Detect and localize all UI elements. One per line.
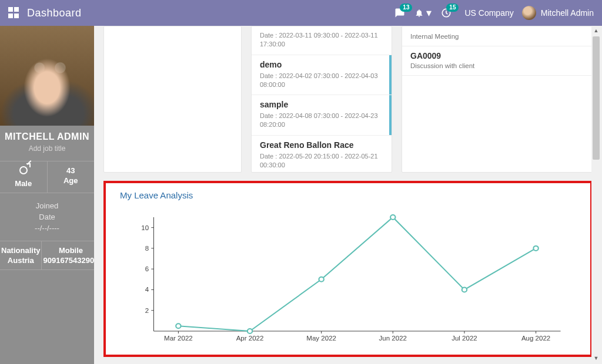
chart-title: My Leave Analysis <box>120 190 576 200</box>
bell-icon <box>414 8 424 18</box>
svg-point-26 <box>248 329 252 333</box>
ga-desc: Discussion with client <box>410 62 584 69</box>
events-list: Date : 2022-03-11 09:30:00 - 2022-03-11 … <box>252 26 392 172</box>
age-label: Age <box>49 176 93 185</box>
svg-point-25 <box>176 323 180 328</box>
activities-badge: 15 <box>446 4 459 12</box>
mobile-label: Mobile <box>43 246 94 255</box>
joined-label: Joined <box>2 201 92 210</box>
svg-point-29 <box>462 287 467 292</box>
svg-point-27 <box>319 277 323 282</box>
svg-text:6: 6 <box>145 265 149 272</box>
svg-text:4: 4 <box>145 287 149 294</box>
main-area: Date : 2022-03-11 09:30:00 - 2022-03-11 … <box>94 26 602 364</box>
event-title: Great Reno Ballon Race <box>260 140 383 150</box>
svg-text:Jun 2022: Jun 2022 <box>379 335 407 342</box>
svg-text:8: 8 <box>145 245 149 252</box>
ga-item[interactable]: Internal Meeting <box>402 26 592 46</box>
date-label: Date <box>2 213 92 221</box>
svg-point-28 <box>390 215 395 220</box>
messages-button[interactable]: 13 <box>394 8 405 18</box>
event-title: sample <box>260 100 383 109</box>
svg-point-30 <box>533 246 538 251</box>
svg-text:Aug 2022: Aug 2022 <box>521 335 550 342</box>
chevron-down-icon: ▾ <box>426 6 432 19</box>
event-date: Date : 2022-05-20 20:15:00 - 2022-05-21 … <box>260 152 383 170</box>
scroll-down-button[interactable]: ▼ <box>591 353 601 363</box>
blank-card <box>103 26 242 173</box>
ga-desc: Internal Meeting <box>410 33 584 40</box>
event-date: Date : 2022-03-11 09:30:00 - 2022-03-11 … <box>260 31 383 49</box>
event-item[interactable]: sampleDate : 2022-04-08 07:30:00 - 2022-… <box>252 95 392 136</box>
male-icon <box>19 166 28 174</box>
page-title: Dashboard <box>27 7 82 19</box>
event-date: Date : 2022-04-02 07:30:00 - 2022-04-03 … <box>260 72 383 89</box>
info-row-gender-age: Male 43 Age <box>0 161 94 193</box>
event-date: Date : 2022-04-08 07:30:00 - 2022-04-23 … <box>260 112 383 129</box>
mobile-value: 9091675432900 <box>43 256 94 265</box>
mobile-cell: Mobile 9091675432900 <box>41 241 94 269</box>
svg-text:10: 10 <box>141 224 149 231</box>
company-name: US Company <box>464 8 513 18</box>
app-header: Dashboard 13 ▾ 15 US Company Mitchell Ad… <box>0 0 602 26</box>
profile-sidebar: MITCHELL ADMIN Add job title Male 43 Age… <box>0 26 94 364</box>
ga-item[interactable]: GA0009Discussion with client <box>402 46 592 76</box>
profile-name: MITCHELL ADMIN <box>0 132 94 142</box>
user-menu[interactable]: Mitchell Admin <box>541 8 594 18</box>
ga-code: GA0009 <box>410 51 584 60</box>
avatar[interactable] <box>522 6 536 20</box>
svg-text:Jul 2022: Jul 2022 <box>452 335 477 342</box>
nationality-label: Nationality <box>1 246 40 255</box>
age-value: 43 <box>49 166 93 175</box>
profile-photo <box>0 26 94 126</box>
nationality-value: Austria <box>1 256 40 265</box>
scrollbar[interactable]: ▲ ▼ <box>591 26 601 363</box>
scroll-thumb[interactable] <box>593 36 600 160</box>
chart-area: 246810Mar 2022Apr 2022May 2022Jun 2022Ju… <box>135 211 567 346</box>
age-cell: 43 Age <box>47 161 95 193</box>
date-value: --/--/---- <box>2 224 92 232</box>
nationality-cell: Nationality Austria <box>0 241 41 269</box>
events-card: Date : 2022-03-11 09:30:00 - 2022-03-11 … <box>251 26 392 173</box>
gender-label: Male <box>1 179 46 188</box>
line-chart: 246810Mar 2022Apr 2022May 2022Jun 2022Ju… <box>135 211 567 346</box>
leave-analysis-card: My Leave Analysis 246810Mar 2022Apr 2022… <box>103 181 593 357</box>
scroll-up-button[interactable]: ▲ <box>591 26 601 35</box>
job-title-input[interactable]: Add job title <box>0 144 94 153</box>
svg-text:Apr 2022: Apr 2022 <box>236 335 264 342</box>
svg-text:Mar 2022: Mar 2022 <box>164 335 193 342</box>
activities-button[interactable]: 15 <box>441 8 452 18</box>
svg-text:May 2022: May 2022 <box>306 335 336 342</box>
joined-block: Joined Date --/--/---- <box>0 193 94 241</box>
notifications-button[interactable]: ▾ <box>414 6 432 19</box>
top-cards-row: Date : 2022-03-11 09:30:00 - 2022-03-11 … <box>103 26 593 173</box>
info-row-nat-mobile: Nationality Austria Mobile 9091675432900 <box>0 241 94 270</box>
gender-cell: Male <box>0 161 47 193</box>
ga-card: Internal MeetingGA0009Discussion with cl… <box>402 26 593 173</box>
event-title: demo <box>260 60 383 69</box>
event-item[interactable]: Great Reno Ballon RaceDate : 2022-05-20 … <box>252 136 392 172</box>
messages-badge: 13 <box>400 4 412 12</box>
svg-text:2: 2 <box>145 307 149 314</box>
company-switcher[interactable]: US Company <box>464 8 513 18</box>
event-item[interactable]: Date : 2022-03-11 09:30:00 - 2022-03-11 … <box>252 26 392 55</box>
apps-icon[interactable] <box>8 7 20 19</box>
event-item[interactable]: demoDate : 2022-04-02 07:30:00 - 2022-04… <box>252 55 392 96</box>
